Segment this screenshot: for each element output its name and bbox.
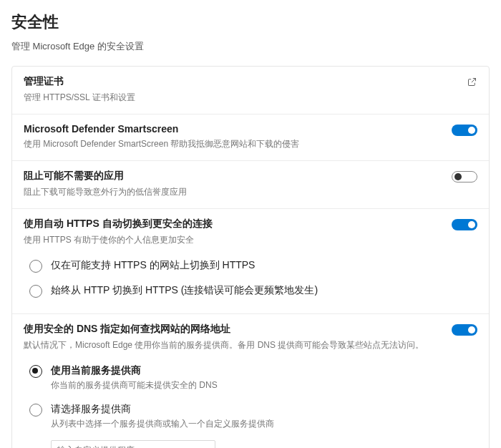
radio-icon bbox=[29, 404, 42, 417]
radio-sublabel: 从列表中选择一个服务提供商或输入一个自定义服务提供商 bbox=[51, 418, 477, 430]
row-smartscreen: Microsoft Defender Smartscreen 使用 Micros… bbox=[12, 115, 489, 161]
radio-label: 始终从 HTTP 切换到 HTTPS (连接错误可能会更频繁地发生) bbox=[51, 284, 477, 297]
auto-https-option-supported[interactable]: 仅在可能支持 HTTPS 的网站上切换到 HTTPS bbox=[24, 253, 477, 278]
radio-label: 请选择服务提供商 bbox=[51, 403, 477, 416]
row-desc: 管理 HTTPS/SSL 证书和设置 bbox=[24, 91, 477, 104]
radio-icon bbox=[29, 260, 42, 273]
row-title: 使用自动 HTTPS 自动切换到更安全的连接 bbox=[24, 218, 477, 230]
secure-dns-radio-group: 使用当前服务提供商 你当前的服务提供商可能未提供安全的 DNS 请选择服务提供商… bbox=[24, 359, 477, 448]
external-link-icon[interactable] bbox=[467, 77, 477, 90]
row-title: 使用安全的 DNS 指定如何查找网站的网络地址 bbox=[24, 323, 477, 336]
page-title: 安全性 bbox=[11, 11, 490, 33]
dns-custom-provider-input[interactable] bbox=[51, 440, 215, 448]
row-title: 管理证书 bbox=[24, 75, 477, 88]
row-title: Microsoft Defender Smartscreen bbox=[24, 123, 477, 135]
auto-https-option-always[interactable]: 始终从 HTTP 切换到 HTTPS (连接错误可能会更频繁地发生) bbox=[24, 278, 477, 303]
row-auto-https: 使用自动 HTTPS 自动切换到更安全的连接 使用 HTTPS 有助于使你的个人… bbox=[12, 209, 489, 314]
row-desc: 使用 HTTPS 有助于使你的个人信息更加安全 bbox=[24, 233, 477, 246]
auto-https-toggle[interactable] bbox=[452, 219, 477, 230]
radio-label: 使用当前服务提供商 bbox=[51, 364, 477, 377]
row-secure-dns: 使用安全的 DNS 指定如何查找网站的网络地址 默认情况下，Microsoft … bbox=[12, 314, 489, 448]
smartscreen-toggle[interactable] bbox=[452, 125, 477, 136]
row-block-pua: 阻止可能不需要的应用 阻止下载可能导致意外行为的低信誉度应用 bbox=[12, 161, 489, 209]
dns-option-choose-provider[interactable]: 请选择服务提供商 从列表中选择一个服务提供商或输入一个自定义服务提供商 bbox=[24, 397, 477, 436]
page-subtitle: 管理 Microsoft Edge 的安全设置 bbox=[11, 40, 490, 53]
radio-icon bbox=[29, 365, 42, 378]
security-settings-card: 管理证书 管理 HTTPS/SSL 证书和设置 Microsoft Defend… bbox=[11, 66, 490, 448]
row-title: 阻止可能不需要的应用 bbox=[24, 170, 477, 182]
pua-toggle[interactable] bbox=[452, 171, 477, 182]
radio-label: 仅在可能支持 HTTPS 的网站上切换到 HTTPS bbox=[51, 259, 477, 272]
secure-dns-toggle[interactable] bbox=[452, 324, 477, 336]
radio-icon bbox=[29, 285, 42, 298]
row-desc: 默认情况下，Microsoft Edge 使用你当前的服务提供商。备用 DNS … bbox=[24, 339, 477, 351]
dns-option-current-provider[interactable]: 使用当前服务提供商 你当前的服务提供商可能未提供安全的 DNS bbox=[24, 359, 477, 397]
row-desc: 使用 Microsoft Defender SmartScreen 帮助我抵御恶… bbox=[24, 137, 477, 150]
row-manage-certificates[interactable]: 管理证书 管理 HTTPS/SSL 证书和设置 bbox=[12, 67, 489, 115]
row-desc: 阻止下载可能导致意外行为的低信誉度应用 bbox=[24, 185, 477, 198]
auto-https-radio-group: 仅在可能支持 HTTPS 的网站上切换到 HTTPS 始终从 HTTP 切换到 … bbox=[24, 253, 477, 303]
radio-sublabel: 你当前的服务提供商可能未提供安全的 DNS bbox=[51, 379, 477, 391]
